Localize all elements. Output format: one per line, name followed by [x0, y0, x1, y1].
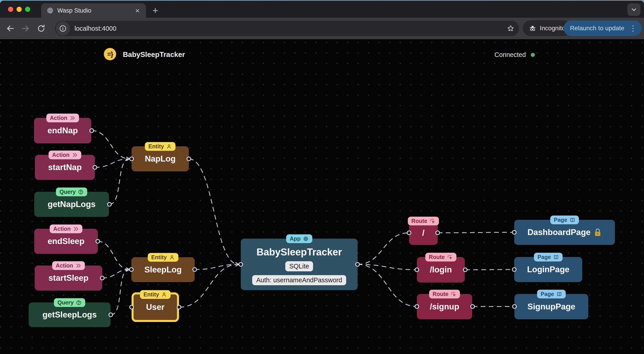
node-query-getSleepLogs[interactable]: Query getSleepLogs	[29, 302, 110, 327]
cursor-click-icon	[447, 254, 453, 260]
site-info-button[interactable]	[56, 21, 70, 36]
connection-handle[interactable]	[108, 203, 112, 206]
connection-handle[interactable]	[356, 263, 360, 266]
back-arrow-icon	[6, 24, 15, 33]
action-badge: Action	[50, 225, 82, 233]
node-page-LoginPage[interactable]: Page LoginPage	[514, 257, 582, 282]
badge-label: Route	[432, 291, 448, 297]
connection-handle[interactable]	[239, 263, 243, 266]
node-entity-User[interactable]: Entity User	[132, 292, 179, 322]
connection-handle[interactable]	[177, 305, 181, 309]
node-route-login[interactable]: Route /login	[417, 257, 465, 283]
browser-window: Wasp Studio × +	[0, 1, 644, 354]
connection-handle[interactable]	[193, 268, 197, 272]
badge-label: Action	[50, 115, 67, 121]
connection-handle[interactable]	[130, 268, 133, 272]
badge-label: Page	[538, 254, 551, 260]
connection-handle[interactable]	[407, 231, 411, 235]
page-badge: Page	[550, 216, 579, 224]
tab-strip: Wasp Studio × +	[0, 1, 644, 18]
badge-label: Route	[429, 254, 445, 260]
forward-button[interactable]	[19, 22, 32, 35]
relaunch-button[interactable]: Relaunch to update ⋮	[564, 20, 642, 36]
menu-dots-icon[interactable]: ⋮	[626, 24, 640, 33]
new-tab-button[interactable]: +	[150, 5, 161, 16]
incognito-label: Incognito	[540, 25, 565, 32]
connection-handle[interactable]	[415, 305, 419, 308]
close-tab-button[interactable]: ×	[134, 7, 140, 14]
chevron-double-right-icon	[72, 152, 78, 158]
url-text[interactable]: localhost:4000	[74, 25, 504, 32]
connection-handle[interactable]	[100, 276, 104, 280]
connection-handle[interactable]	[471, 305, 474, 308]
bookmark-star-button[interactable]	[504, 22, 517, 35]
minimize-window-button[interactable]	[16, 7, 22, 12]
node-page-SignupPage[interactable]: Page SignupPage	[514, 294, 588, 319]
window-controls[interactable]	[8, 7, 30, 12]
connection-handle[interactable]	[436, 231, 440, 235]
node-query-getNapLogs[interactable]: Query getNapLogs	[34, 192, 109, 217]
connection-handle[interactable]	[109, 313, 113, 317]
status-dot-icon	[531, 53, 535, 57]
tab-search-button[interactable]	[628, 3, 640, 16]
connection-status-label: Connected	[494, 51, 526, 59]
badge-label: Entity	[148, 143, 164, 150]
user-icon	[169, 255, 175, 260]
close-window-button[interactable]	[8, 7, 13, 12]
tab-wasp-studio[interactable]: Wasp Studio ×	[41, 3, 146, 18]
node-route-signup[interactable]: Route /signup	[417, 294, 472, 319]
connection-handle[interactable]	[130, 157, 134, 161]
connection-handle[interactable]	[90, 129, 94, 133]
chevron-double-right-icon	[73, 226, 79, 232]
connection-handle[interactable]	[464, 268, 467, 272]
user-icon	[161, 292, 167, 297]
page-badge: Page	[537, 290, 566, 298]
page-title: BabySleepTracker	[123, 50, 185, 59]
relaunch-label: Relaunch to update	[570, 25, 624, 32]
connection-status: Connected	[494, 51, 535, 59]
open-book-icon	[556, 291, 562, 297]
node-action-startSleep[interactable]: Action startSleep	[35, 265, 102, 291]
connection-handle[interactable]	[130, 305, 134, 309]
connection-handle[interactable]	[93, 165, 97, 169]
badge-label: Query	[58, 299, 74, 306]
badge-label: Query	[60, 189, 76, 195]
connection-handle[interactable]	[513, 305, 516, 308]
badge-label: Action	[53, 226, 71, 232]
action-badge: Action	[46, 114, 79, 122]
connection-handle[interactable]	[96, 240, 100, 243]
lock-icon	[594, 228, 602, 237]
node-entity-SleepLog[interactable]: Entity SleepLog	[131, 257, 195, 282]
badge-label: Page	[540, 291, 554, 297]
node-entity-NapLog[interactable]: Entity NapLog	[132, 146, 189, 171]
node-route-root[interactable]: Route /	[409, 221, 438, 245]
zoom-window-button[interactable]	[25, 7, 30, 12]
connection-handle[interactable]	[187, 157, 191, 161]
address-bar[interactable]: localhost:4000	[55, 21, 519, 36]
route-badge: Route	[408, 217, 439, 225]
badge-label: App	[290, 236, 301, 242]
app-badge: App	[286, 234, 312, 243]
auth-pill: Auth: usernameAndPassword	[252, 275, 346, 285]
question-mark-circle-icon	[78, 189, 84, 195]
tab-title: Wasp Studio	[57, 7, 130, 14]
node-action-endSleep[interactable]: Action endSleep	[34, 229, 98, 254]
entity-badge: Entity	[148, 253, 178, 262]
reload-button[interactable]	[35, 22, 48, 35]
connection-handle[interactable]	[512, 231, 516, 234]
question-mark-circle-icon	[76, 300, 82, 306]
cpu-chip-icon	[303, 236, 308, 242]
back-button[interactable]	[4, 22, 16, 35]
node-label-text: DashboardPage	[528, 228, 590, 237]
node-action-startNap[interactable]: Action startNap	[35, 155, 95, 180]
connection-handle[interactable]	[415, 268, 419, 272]
node-action-endNap[interactable]: Action endNap	[34, 118, 91, 143]
chevron-double-right-icon	[76, 263, 81, 269]
node-app-BabySleepTracker[interactable]: App BabySleepTracker SQLite Auth: userna…	[241, 239, 358, 290]
route-badge: Route	[429, 290, 460, 298]
node-page-DashboardPage[interactable]: Page DashboardPage	[514, 220, 615, 245]
app-node-title: BabySleepTracker	[256, 247, 342, 257]
cursor-click-icon	[451, 291, 456, 297]
chevron-down-icon	[630, 6, 638, 14]
connection-handle[interactable]	[512, 268, 516, 272]
